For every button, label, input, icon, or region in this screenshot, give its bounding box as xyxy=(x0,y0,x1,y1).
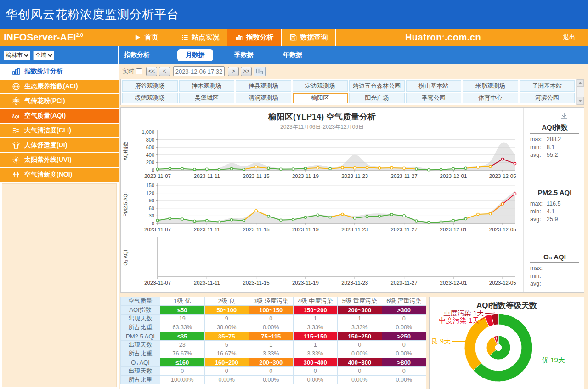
logout-link[interactable]: 退出 xyxy=(550,29,588,46)
scroll-up-button[interactable] xyxy=(577,79,584,87)
sidebar-item-大气清洁度(CLI)[interactable]: 大气清洁度(CLI) xyxy=(0,124,119,137)
station-button[interactable]: 河滨公园 xyxy=(520,93,575,104)
realtime-checkbox[interactable] xyxy=(136,68,142,74)
station-button[interactable]: 清涧观测场 xyxy=(236,93,291,104)
sidebar-item-人体舒适度(DI)[interactable]: 人体舒适度(DI) xyxy=(0,138,119,152)
station-button[interactable]: 阳光广场 xyxy=(349,93,405,104)
stat-title: AQI指数 xyxy=(530,123,579,134)
scroll-down-button[interactable] xyxy=(577,97,584,105)
days-cell: 0 xyxy=(382,367,426,376)
svg-text:O₃ AQI: O₃ AQI xyxy=(123,250,128,265)
range-cell: 160~200 xyxy=(204,358,249,367)
stat-max: max: xyxy=(530,264,579,272)
sidebar-item-生态康养指数(AEI)[interactable]: 生态康养指数(AEI) xyxy=(0,80,119,93)
station-button[interactable]: 靖边五台森林公园 xyxy=(349,80,405,92)
station-button[interactable]: 体育中心 xyxy=(463,93,518,104)
svg-text:2023-12-01: 2023-12-01 xyxy=(440,227,467,232)
station-button[interactable]: 米脂观测场 xyxy=(463,80,518,92)
step-forward-fast-button[interactable]: >> xyxy=(241,67,252,76)
step-back-fast-button[interactable]: << xyxy=(146,67,157,76)
svg-text:90: 90 xyxy=(149,198,154,203)
stat-max: max:288.2 xyxy=(530,136,579,143)
range-cell: ≤35 xyxy=(160,332,205,341)
stat-avg: avg:25.9 xyxy=(530,216,579,223)
svg-text:2023-11-11: 2023-11-11 xyxy=(194,173,220,179)
days-cell: 0 xyxy=(204,367,249,376)
pct-cell: 0.00% xyxy=(249,376,294,384)
station-button[interactable]: 定边观测场 xyxy=(293,80,348,92)
brand-version: 2.0 xyxy=(76,32,83,38)
city-select[interactable]: 榆林市 xyxy=(4,51,30,60)
nav-item-首页[interactable]: 首页 xyxy=(119,29,173,46)
save-icon xyxy=(289,34,297,41)
stat-max: max:116.5 xyxy=(530,200,579,208)
level-header-cell: 5级 重度污染 xyxy=(338,297,382,306)
realtime-label: 实时 xyxy=(122,67,134,75)
tab-月数据[interactable]: 月数据 xyxy=(177,49,213,61)
station-button[interactable]: 府谷观测场 xyxy=(122,80,178,92)
svg-text:优 19天: 优 19天 xyxy=(542,356,565,364)
pct-cell: 0.00% xyxy=(293,376,338,384)
nav-item-数据查询[interactable]: 数据查询 xyxy=(282,29,336,46)
tab-年数据[interactable]: 年数据 xyxy=(275,49,311,61)
bottom-row: 空气质量1级 优2级 良3级 轻度污染4级 中度污染5级 重度污染6级 严重污染… xyxy=(120,297,584,389)
range-cell: 300~400 xyxy=(293,358,338,367)
step-back-button[interactable]: < xyxy=(159,67,170,76)
sidebar-item-空气清新度(NOI)[interactable]: 空气清新度(NOI) xyxy=(0,168,119,182)
days-cell: 0 xyxy=(249,315,294,323)
subbar-title: 指数分析 xyxy=(124,51,150,59)
station-button[interactable]: 神木观测场 xyxy=(179,80,235,92)
svg-text:2023-12-05: 2023-12-05 xyxy=(489,227,516,232)
svg-text:0: 0 xyxy=(152,221,154,226)
nav-item-指数分析[interactable]: 指数分析 xyxy=(227,29,282,46)
sidebar-item-气传花粉(PCI)[interactable]: 气传花粉(PCI) xyxy=(0,94,119,108)
sidebar-item-空气质量(AQI)[interactable]: ĀQI空气质量(AQI) xyxy=(0,109,119,123)
pct-cell: 76.67% xyxy=(160,349,205,358)
station-button[interactable]: 绥德观测场 xyxy=(122,93,178,104)
bar-chart-icon xyxy=(235,34,243,41)
sidebar-item-label: 太阳紫外线(UVI) xyxy=(24,156,72,164)
svg-text:1,000: 1,000 xyxy=(141,129,154,135)
days-cell: 0 xyxy=(382,341,426,349)
station-button[interactable]: 榆阳区 xyxy=(293,93,348,104)
section-name-cell: AQI指数 xyxy=(121,306,160,315)
station-button[interactable]: 季鸾公园 xyxy=(406,93,462,104)
area-select[interactable]: 全域 xyxy=(33,51,54,60)
step-forward-button[interactable]: > xyxy=(228,67,239,76)
sidebar-item-指数统计分析[interactable]: 指数统计分析 xyxy=(0,64,119,78)
station-scrollbar[interactable] xyxy=(576,79,584,105)
stat-block-AQI指数: AQI指数max:288.2min:8.1avg:55.2 xyxy=(530,123,579,159)
stat-title: O₃ AQI xyxy=(530,253,579,263)
play-icon xyxy=(134,34,141,41)
svg-text:2023-11-23: 2023-11-23 xyxy=(341,173,368,179)
level-header-cell: 6级 严重污染 xyxy=(382,297,426,306)
svg-text:800: 800 xyxy=(146,137,154,143)
app-root: 华创风云花粉浓度监测分析平台 INFOServer-AEI2.0 首页站点实况指… xyxy=(0,0,588,389)
days-cell: 0 xyxy=(293,367,338,376)
sidebar-item-太阳紫外线(UVI)[interactable]: 太阳紫外线(UVI) xyxy=(0,153,119,167)
sidebar-item-label: 大气清洁度(CLI) xyxy=(24,126,71,135)
svg-text:2023-11-19: 2023-11-19 xyxy=(292,280,319,286)
svg-text:中度污染 1天: 中度污染 1天 xyxy=(439,316,479,324)
download-icon xyxy=(560,112,568,120)
pct-cell: 63.33% xyxy=(160,323,205,332)
time-toolbar: 实时 << < > >> xyxy=(120,64,584,78)
data-tabs: 指数分析 月数据季数据年数据 xyxy=(119,46,588,64)
station-button[interactable]: 佳县观测场 xyxy=(236,80,291,92)
globe-icon xyxy=(12,82,20,91)
calendar-icon xyxy=(256,68,263,75)
station-button[interactable]: 横山基本站 xyxy=(406,80,462,92)
calendar-button[interactable] xyxy=(254,67,266,76)
range-cell: >250 xyxy=(382,332,426,341)
tab-季数据[interactable]: 季数据 xyxy=(226,49,262,61)
datetime-input[interactable] xyxy=(173,66,225,76)
nav-item-站点实况[interactable]: 站点实况 xyxy=(173,29,227,46)
range-cell: 150~250 xyxy=(338,332,382,341)
stat-avg: avg: xyxy=(530,280,579,288)
pct-cell: 0.00% xyxy=(204,376,249,384)
station-button[interactable]: 吴堡城区 xyxy=(179,93,235,104)
station-button[interactable]: 子洲基本站 xyxy=(520,80,575,92)
pct-cell: 3.33% xyxy=(293,323,338,332)
download-button[interactable] xyxy=(560,111,568,120)
days-label-cell: 出现天数 xyxy=(121,367,160,376)
